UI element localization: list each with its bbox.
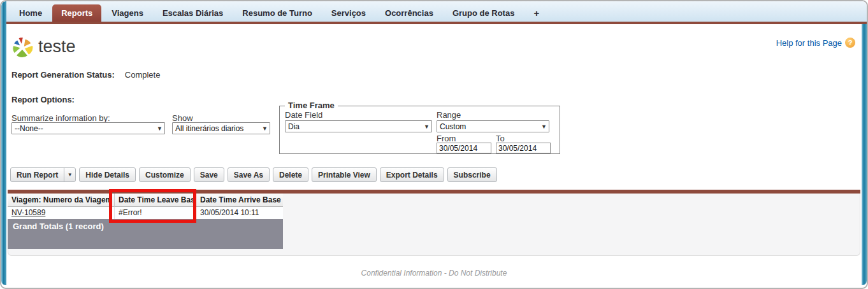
column-header-leave-base[interactable]: Date Time Leave Base	[115, 194, 196, 207]
help-question-icon[interactable]: ?	[845, 38, 855, 48]
record-link[interactable]: NV-10589	[11, 208, 45, 217]
tab-servicos[interactable]: Serviços	[322, 4, 375, 22]
export-details-button[interactable]: Export Details	[380, 167, 444, 182]
chevron-down-icon: ▼	[541, 123, 547, 130]
range-label: Range	[437, 110, 461, 120]
show-value: All itinerários diarios	[175, 124, 243, 133]
report-pie-chart-icon	[11, 37, 34, 59]
cell-leave-base: #Error!	[115, 207, 196, 219]
tab-escalas-diarias[interactable]: Escalas Diárias	[154, 4, 232, 22]
status-value: Complete	[125, 70, 161, 80]
date-field-select[interactable]: Dia ▼	[285, 120, 432, 132]
range-value: Custom	[440, 122, 466, 131]
cell-arrive-base: 30/05/2014 10:11	[196, 207, 283, 219]
confidential-footer: Confidential Information - Do Not Distri…	[1, 269, 867, 278]
from-date-input[interactable]	[437, 143, 491, 153]
save-as-button[interactable]: Save As	[228, 167, 270, 182]
run-report-dropdown-icon[interactable]: ▼	[64, 168, 75, 181]
summarize-select[interactable]: --None-- ▼	[11, 122, 165, 134]
show-label: Show	[172, 113, 193, 123]
column-header-viagem[interactable]: Viagem: Numero da Viagem	[8, 194, 115, 207]
page-title: teste	[38, 37, 76, 57]
tab-bar: Home Reports Viagens Escalas Diárias Res…	[1, 1, 867, 22]
printable-view-button[interactable]: Printable View	[312, 167, 377, 182]
hide-details-button[interactable]: Hide Details	[79, 167, 136, 182]
report-toolbar: Run Report ▼ Hide Details Customize Save…	[10, 167, 497, 182]
report-generation-status: Report Generation Status:Complete	[11, 70, 160, 80]
date-field-value: Dia	[288, 122, 300, 131]
from-label: From	[437, 134, 456, 143]
status-label: Report Generation Status:	[11, 70, 115, 80]
time-frame-group: Time Frame Date Field Dia ▼ Range Custom…	[279, 106, 560, 154]
delete-button[interactable]: Delete	[273, 167, 308, 182]
report-page: Home Reports Viagens Escalas Diárias Res…	[0, 0, 868, 289]
tab-reports[interactable]: Reports	[52, 4, 101, 22]
grand-totals-row: Grand Totals (1 record)	[8, 219, 283, 249]
chevron-down-icon: ▼	[262, 125, 268, 132]
column-header-arrive-base[interactable]: Date Time Arrive Base	[196, 194, 283, 207]
range-select[interactable]: Custom ▼	[437, 120, 549, 132]
tab-bar-accent-line	[1, 22, 867, 24]
summarize-value: --None--	[15, 124, 43, 133]
to-label: To	[496, 134, 505, 143]
chevron-down-icon: ▼	[157, 125, 163, 132]
table-row: NV-10589 #Error! 30/05/2014 10:11	[8, 207, 283, 219]
tab-ocorrencias[interactable]: Ocorrências	[376, 4, 442, 22]
to-date-input[interactable]	[496, 143, 551, 153]
run-report-label: Run Report	[11, 168, 64, 181]
date-field-label: Date Field	[285, 110, 322, 120]
help-box: Help for this Page ?	[776, 38, 855, 48]
tab-resumo-de-turno[interactable]: Resumo de Turno	[233, 4, 321, 22]
chevron-down-icon: ▼	[424, 123, 430, 130]
summarize-label: Summarize information by:	[11, 113, 110, 123]
run-report-button[interactable]: Run Report ▼	[10, 167, 76, 182]
left-edge-decoration	[1, 1, 6, 285]
tab-home[interactable]: Home	[10, 4, 51, 22]
tab-grupo-de-rotas[interactable]: Grupo de Rotas	[444, 4, 524, 22]
add-tab-button[interactable]: +	[524, 4, 548, 22]
time-frame-legend: Time Frame	[285, 101, 338, 110]
show-select[interactable]: All itinerários diarios ▼	[172, 122, 270, 134]
right-edge-decoration	[862, 24, 867, 285]
tab-viagens[interactable]: Viagens	[103, 4, 152, 22]
help-link[interactable]: Help for this Page	[776, 38, 842, 48]
save-button[interactable]: Save	[194, 167, 224, 182]
results-table: Viagem: Numero da Viagem Date Time Leave…	[8, 194, 283, 219]
table-header-row: Viagem: Numero da Viagem Date Time Leave…	[8, 194, 283, 207]
customize-button[interactable]: Customize	[139, 167, 191, 182]
report-options-label: Report Options:	[11, 95, 75, 104]
subscribe-button[interactable]: Subscribe	[447, 167, 497, 182]
